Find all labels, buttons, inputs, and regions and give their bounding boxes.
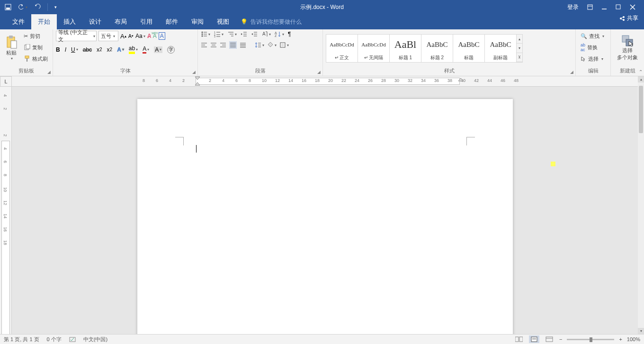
phonetic-guide-icon[interactable]: wénA [153,33,157,39]
align-right-icon[interactable] [220,42,226,48]
gallery-down-icon[interactable]: ▾ [517,44,522,53]
style-item-4[interactable]: AaBbC标题 [453,34,485,63]
read-mode-icon[interactable] [514,335,524,343]
asian-layout-icon[interactable]: A [261,31,271,37]
increase-indent-icon[interactable] [251,31,258,37]
tab-selector[interactable]: L [0,76,12,87]
style-item-1[interactable]: AaBbCcDd↵ 无间隔 [358,34,390,63]
paragraph-dialog-launcher[interactable]: ◢ [316,70,322,75]
italic-icon[interactable]: I [65,46,66,53]
font-color-icon[interactable]: A [143,45,149,54]
paste-button[interactable]: 粘贴 [3,31,20,65]
char-shading-icon[interactable]: A [154,46,162,53]
copy-button[interactable]: 复制 [22,42,50,53]
font-name-combo[interactable]: 等线 (中文正文▾ [56,31,97,41]
character-border-icon[interactable]: A [159,32,165,40]
document-viewport[interactable] [12,87,638,334]
print-layout-icon[interactable] [529,335,539,343]
tell-me-search[interactable]: 💡 告诉我你想要做什么 [236,14,644,29]
spellcheck-icon[interactable] [69,336,76,343]
select-multiple-objects-button[interactable]: 选择 多个对象 [614,31,641,65]
tab-review[interactable]: 审阅 [185,14,210,29]
page-indicator[interactable]: 第 1 页, 共 1 页 [4,336,39,343]
highlight-icon[interactable]: ab [129,45,138,54]
brush-icon [24,55,30,62]
distributed-icon[interactable] [240,42,246,48]
find-button[interactable]: 🔍查找 [579,31,606,41]
bold-icon[interactable]: B [56,46,60,53]
grow-font-icon[interactable]: A▴ [120,33,126,40]
shrink-font-icon[interactable]: A▾ [128,33,134,39]
align-center-icon[interactable] [210,42,217,48]
tab-file[interactable]: 文件 [6,14,31,29]
style-item-0[interactable]: AaBbCcDd↵ 正文 [326,34,358,63]
cut-button[interactable]: ✂剪切 [22,31,50,41]
enclose-char-icon[interactable]: 字 [167,46,175,54]
underline-icon[interactable]: U [71,46,78,53]
justify-icon[interactable] [229,41,237,49]
bullets-icon[interactable] [201,31,210,37]
sort-icon[interactable]: AZ [275,31,284,37]
zoom-level[interactable]: 100% [627,336,640,342]
scroll-down-icon[interactable]: ▾ [638,328,644,334]
borders-icon[interactable] [279,42,289,48]
numbering-icon[interactable]: 123 [214,31,224,37]
scroll-up-icon[interactable]: ▴ [638,76,644,82]
maximize-icon[interactable] [616,4,621,10]
subscript-icon[interactable]: x2 [97,46,102,53]
word-count[interactable]: 0 个字 [47,336,62,343]
decrease-indent-icon[interactable] [241,31,247,37]
text-effects-icon[interactable]: A [117,46,124,53]
minimize-icon[interactable] [601,4,607,10]
gallery-more-icon[interactable]: ⊻ [517,53,522,62]
align-left-icon[interactable] [201,42,207,48]
tab-design[interactable]: 设计 [82,14,108,29]
change-case-icon[interactable]: Aa [135,33,145,39]
format-painter-button[interactable]: 格式刷 [22,54,50,64]
undo-icon[interactable] [18,4,27,10]
group-font: 等线 (中文正文▾ 五号▾ A▴ A▾ Aa A̷ wénA A B I U a… [53,29,198,76]
collapse-ribbon-icon[interactable]: ⌃ [639,69,643,74]
show-marks-icon[interactable]: ¶ [288,31,291,37]
clipboard-dialog-launcher[interactable]: ◢ [46,70,52,75]
tab-references[interactable]: 引用 [134,14,159,29]
style-item-3[interactable]: AaBbC标题 2 [421,34,453,63]
styles-dialog-launcher[interactable]: ◢ [569,70,574,75]
style-item-5[interactable]: AaBbC副标题 [484,34,517,63]
tab-insert[interactable]: 插入 [57,14,82,29]
vertical-scrollbar[interactable]: ▴ ▾ [638,76,644,334]
font-size-combo[interactable]: 五号▾ [98,31,118,41]
share-button[interactable]: 共享 [619,14,638,22]
superscript-icon[interactable]: x2 [107,46,113,53]
tab-view[interactable]: 视图 [210,14,236,29]
strikethrough-icon[interactable]: abc [83,46,92,53]
svg-text:Z: Z [275,34,277,37]
save-icon[interactable] [5,4,11,10]
select-button[interactable]: 选择 [579,54,606,64]
replace-button[interactable]: abac替换 [579,42,606,53]
login-link[interactable]: 登录 [567,3,579,11]
language-indicator[interactable]: 中文(中国) [83,336,107,343]
font-dialog-launcher[interactable]: ◢ [191,70,197,75]
shading-icon[interactable] [267,42,277,48]
multilevel-list-icon[interactable] [227,31,237,37]
tab-mailings[interactable]: 邮件 [159,14,185,29]
svg-rect-15 [11,41,17,48]
gallery-up-icon[interactable]: ▴ [517,35,522,44]
horizontal-ruler[interactable]: 8642246810121416182022242628303234363840… [12,76,638,87]
zoom-slider[interactable] [567,339,614,340]
scroll-thumb[interactable] [639,86,643,133]
web-layout-icon[interactable] [544,335,555,343]
zoom-in-icon[interactable]: + [619,336,622,342]
zoom-out-icon[interactable]: − [559,336,562,342]
line-spacing-icon[interactable] [255,42,264,48]
ribbon-display-options-icon[interactable] [587,4,593,10]
vertical-ruler[interactable]: 4224681012141618 [0,87,12,334]
tab-home[interactable]: 开始 [31,14,57,29]
qat-customize-icon[interactable]: ▾ [54,5,57,9]
close-icon[interactable] [630,4,635,10]
clear-formatting-icon[interactable]: A̷ [147,33,151,39]
style-item-2[interactable]: AaBl标题 1 [389,34,421,63]
redo-icon[interactable] [34,4,41,10]
tab-layout[interactable]: 布局 [108,14,134,29]
